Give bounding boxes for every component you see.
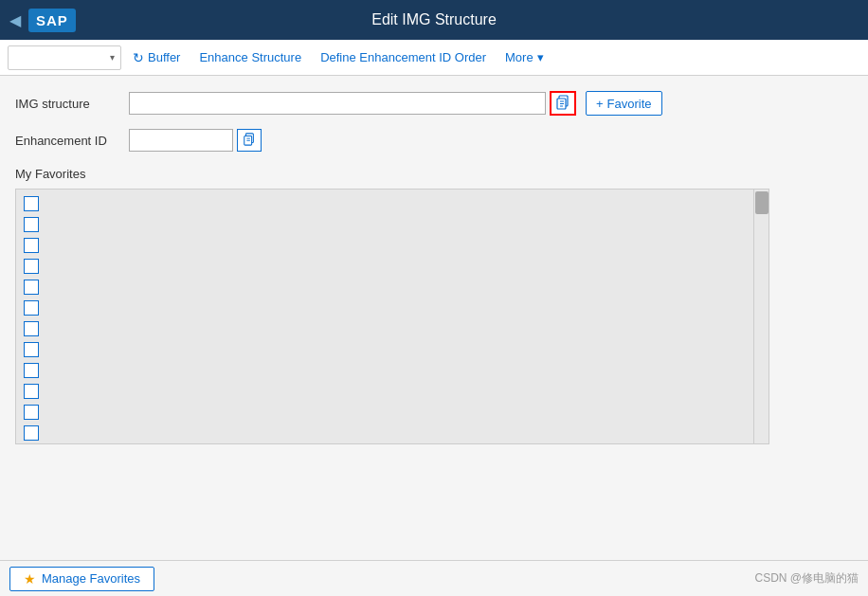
favorites-checkbox-2[interactable] — [24, 217, 39, 232]
img-structure-label: IMG structure — [15, 97, 129, 111]
page-title: Edit IMG Structure — [371, 11, 497, 28]
dropdown-arrow-icon: ▾ — [110, 52, 115, 63]
pick-icon — [555, 95, 570, 113]
scrollbar-thumb[interactable] — [755, 191, 769, 214]
favorites-checkbox-6[interactable] — [24, 300, 39, 316]
buffer-label: Buffer — [148, 50, 180, 64]
favorites-list — [15, 189, 754, 444]
list-item — [16, 193, 753, 214]
img-structure-input-container: + Favorite — [129, 91, 662, 116]
star-icon: ★ — [24, 571, 36, 587]
list-item — [16, 381, 753, 402]
enhance-structure-label: Enhance Structure — [199, 50, 301, 64]
list-item — [16, 423, 753, 443]
favorites-checkbox-5[interactable] — [24, 280, 39, 295]
watermark-text: CSDN @修电脑的猫 — [754, 570, 859, 587]
list-item — [16, 360, 753, 381]
img-structure-input[interactable] — [129, 92, 546, 115]
favorites-title: My Favorites — [15, 167, 853, 181]
favorite-label: Favorite — [607, 97, 652, 111]
enhancement-id-input[interactable] — [129, 129, 233, 152]
sap-logo: SAP — [28, 9, 76, 32]
toolbar-dropdown[interactable]: ▾ — [8, 45, 121, 70]
img-structure-row: IMG structure + Favorite — [15, 91, 853, 116]
bottom-bar: ★ Manage Favorites CSDN @修电脑的猫 — [0, 560, 868, 596]
more-label: More — [505, 50, 533, 64]
back-button[interactable]: ◀ — [9, 11, 21, 29]
list-item — [16, 277, 753, 298]
list-item — [16, 339, 753, 360]
favorites-checkbox-11[interactable] — [24, 405, 39, 420]
favorites-checkbox-3[interactable] — [24, 238, 39, 253]
enhancement-pick-icon — [243, 133, 256, 149]
enhancement-id-label: Enhancement ID — [15, 134, 129, 148]
img-structure-pick-button[interactable] — [550, 91, 576, 116]
refresh-icon: ↻ — [133, 50, 144, 65]
header: ◀ SAP Edit IMG Structure — [0, 0, 868, 40]
favorites-checkbox-9[interactable] — [24, 363, 39, 378]
enhancement-id-row: Enhancement ID — [15, 129, 853, 152]
more-button[interactable]: More ▾ — [497, 46, 552, 68]
list-item — [16, 256, 753, 277]
plus-icon: + — [596, 97, 604, 111]
enhancement-id-pick-button[interactable] — [237, 129, 262, 152]
add-favorite-button[interactable]: + Favorite — [586, 91, 662, 116]
enhance-structure-button[interactable]: Enhance Structure — [191, 46, 309, 68]
buffer-button[interactable]: ↻ Buffer — [125, 46, 188, 69]
favorites-checkbox-8[interactable] — [24, 342, 39, 357]
more-arrow-icon: ▾ — [537, 50, 544, 64]
list-item — [16, 298, 753, 318]
main-content: IMG structure + Favorite — [0, 76, 868, 596]
list-item — [16, 318, 753, 339]
define-enhancement-label: Define Enhancement ID Order — [320, 50, 486, 64]
header-logo-area: ◀ SAP — [9, 9, 76, 32]
manage-favorites-label: Manage Favorites — [42, 571, 140, 586]
list-item — [16, 214, 753, 235]
favorites-checkbox-7[interactable] — [24, 321, 39, 336]
toolbar: ▾ ↻ Buffer Enhance Structure Define Enha… — [0, 40, 868, 76]
enhancement-id-input-container — [129, 129, 262, 152]
scrollbar-area — [754, 189, 769, 444]
manage-favorites-button[interactable]: ★ Manage Favorites — [9, 567, 154, 591]
favorites-checkbox-12[interactable] — [24, 425, 39, 441]
favorites-checkbox-10[interactable] — [24, 384, 39, 399]
favorites-list-area — [15, 189, 853, 444]
favorites-checkbox-4[interactable] — [24, 259, 39, 274]
favorites-section: My Favorites — [15, 167, 853, 444]
list-item — [16, 402, 753, 423]
list-item — [16, 235, 753, 256]
favorites-checkbox-1[interactable] — [24, 196, 39, 211]
define-enhancement-button[interactable]: Define Enhancement ID Order — [313, 46, 494, 68]
